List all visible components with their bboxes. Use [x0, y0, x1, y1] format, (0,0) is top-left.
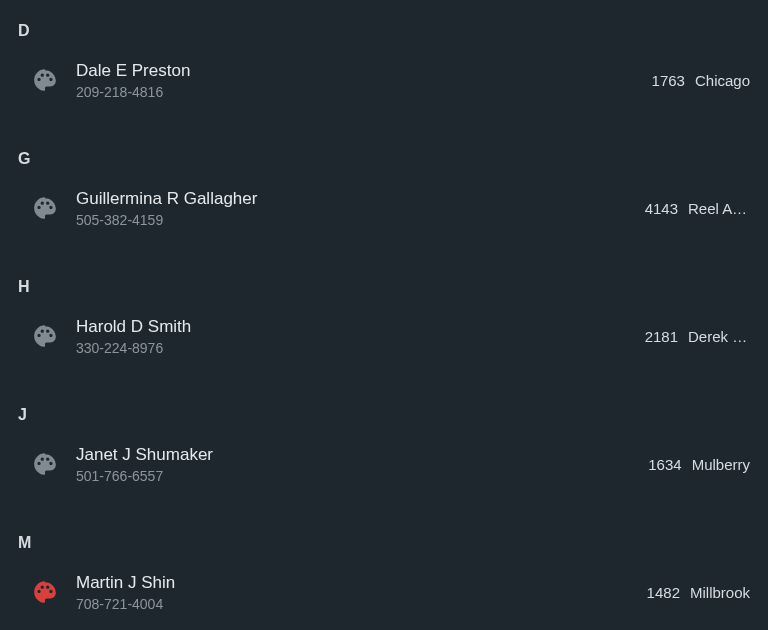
palette-icon	[32, 451, 58, 477]
address-street: Derek Drive	[688, 328, 750, 345]
contact-address: 1482Millbrook	[647, 584, 750, 601]
address-street: Reel Avenue	[688, 200, 750, 217]
contact-phone: 501-766-6557	[76, 468, 648, 484]
address-number: 1763	[652, 72, 685, 89]
section-header: M	[18, 512, 750, 562]
contact-name: Martin J Shin	[76, 572, 647, 594]
section-header: H	[18, 256, 750, 306]
contact-name: Dale E Preston	[76, 60, 652, 82]
palette-icon	[32, 67, 58, 93]
contact-row[interactable]: Dale E Preston209-218-48161763Chicago	[18, 50, 750, 128]
contact-avatar	[32, 579, 58, 605]
contact-info: Guillermina R Gallagher505-382-4159	[76, 188, 645, 228]
palette-icon	[32, 579, 58, 605]
address-number: 2181	[645, 328, 678, 345]
palette-icon	[32, 195, 58, 221]
contact-list: D Dale E Preston209-218-48161763ChicagoG…	[0, 0, 768, 630]
contact-phone: 209-218-4816	[76, 84, 652, 100]
contact-name: Guillermina R Gallagher	[76, 188, 645, 210]
contact-address: 2181Derek Drive	[645, 328, 750, 345]
address-number: 4143	[645, 200, 678, 217]
contact-info: Janet J Shumaker501-766-6557	[76, 444, 648, 484]
address-street: Chicago	[695, 72, 750, 89]
section-header: J	[18, 384, 750, 434]
contact-row[interactable]: Martin J Shin708-721-40041482Millbrook	[18, 562, 750, 630]
address-street: Mulberry	[692, 456, 750, 473]
contact-info: Dale E Preston209-218-4816	[76, 60, 652, 100]
contact-info: Harold D Smith330-224-8976	[76, 316, 645, 356]
contact-address: 1634Mulberry	[648, 456, 750, 473]
section-header: D	[18, 0, 750, 50]
contact-row[interactable]: Janet J Shumaker501-766-65571634Mulberry	[18, 434, 750, 512]
contact-phone: 708-721-4004	[76, 596, 647, 612]
contact-avatar	[32, 451, 58, 477]
address-number: 1634	[648, 456, 681, 473]
section-header: G	[18, 128, 750, 178]
contact-avatar	[32, 323, 58, 349]
contact-name: Harold D Smith	[76, 316, 645, 338]
contact-address: 1763Chicago	[652, 72, 750, 89]
contact-name: Janet J Shumaker	[76, 444, 648, 466]
contact-info: Martin J Shin708-721-4004	[76, 572, 647, 612]
address-street: Millbrook	[690, 584, 750, 601]
contact-phone: 505-382-4159	[76, 212, 645, 228]
contact-avatar	[32, 195, 58, 221]
palette-icon	[32, 323, 58, 349]
contact-phone: 330-224-8976	[76, 340, 645, 356]
address-number: 1482	[647, 584, 680, 601]
contact-row[interactable]: Guillermina R Gallagher505-382-41594143R…	[18, 178, 750, 256]
contact-row[interactable]: Harold D Smith330-224-89762181Derek Driv…	[18, 306, 750, 384]
contact-address: 4143Reel Avenue	[645, 200, 750, 217]
contact-avatar	[32, 67, 58, 93]
